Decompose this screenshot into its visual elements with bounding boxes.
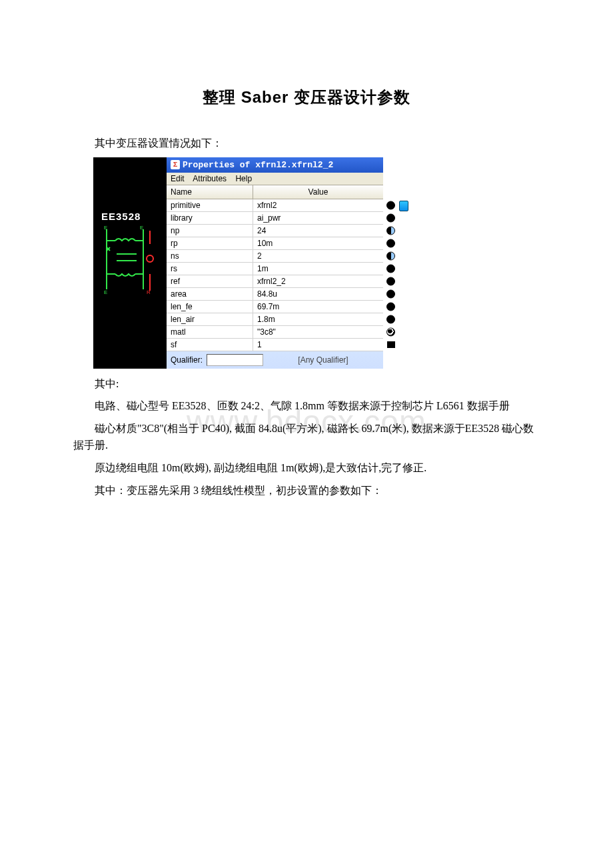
cell-value: 24	[253, 225, 383, 237]
visibility-dot-icon[interactable]	[386, 213, 395, 222]
paragraph-where: 其中:	[73, 375, 540, 393]
properties-figure: EE3528	[93, 157, 383, 369]
cell-value: xfrnl2	[253, 199, 383, 211]
cell-value: 1	[253, 339, 383, 351]
cell-value: ai_pwr	[253, 212, 383, 224]
table-row[interactable]: matl"3c8"	[167, 326, 383, 339]
qualifier-label: Qualifier:	[171, 355, 203, 365]
cell-name: primitive	[167, 199, 253, 211]
svg-text:R: R	[147, 289, 151, 295]
cell-name: sf	[167, 339, 253, 351]
visibility-dot-icon[interactable]	[386, 226, 395, 235]
cell-value: "3c8"	[253, 326, 383, 338]
svg-point-12	[147, 255, 153, 262]
cell-name: len_air	[167, 313, 253, 325]
svg-text:E: E	[104, 289, 107, 295]
visibility-dot-icon[interactable]	[386, 239, 395, 247]
paragraph-core: 磁心材质"3C8"(相当于 PC40), 截面 84.8u(平方米), 磁路长 …	[73, 420, 540, 454]
cell-value: 1m	[253, 263, 383, 275]
cell-name: rs	[167, 263, 253, 275]
transformer-symbol-icon: E E E R	[103, 224, 163, 297]
visibility-dot-icon[interactable]	[386, 277, 395, 285]
cell-name: np	[167, 225, 253, 237]
header-name[interactable]: Name	[167, 185, 253, 199]
paragraph-model: 其中：变压器先采用 3 绕组线性模型，初步设置的参数如下：	[73, 482, 540, 499]
app-icon: Σ	[171, 160, 180, 169]
cell-value: xfrnl2_2	[253, 275, 383, 287]
paragraph-circuit: 电路、磁心型号 EE3528、匝数 24:2、气隙 1.8mm 等数据来源于控制…	[73, 397, 540, 415]
cell-name: area	[167, 288, 253, 300]
cell-value: 10m	[253, 237, 383, 249]
visibility-dot-icon[interactable]	[386, 315, 395, 323]
window-titlebar: Σ Properties of xfrnl2.xfrnl2_2	[167, 157, 383, 173]
menu-attributes[interactable]: Attributes	[193, 174, 227, 183]
svg-text:E: E	[140, 225, 143, 231]
cell-value: 2	[253, 250, 383, 262]
visibility-dot-icon[interactable]	[386, 264, 395, 273]
visibility-dot-icon[interactable]	[386, 201, 395, 209]
schematic-refdes: EE3528	[101, 211, 141, 222]
visibility-dot-icon[interactable]	[386, 289, 395, 298]
paragraph-intro: 其中变压器设置情况如下：	[73, 135, 540, 152]
table-row[interactable]: rp10m	[167, 237, 383, 250]
table-body: primitivexfrnl2libraryai_pwrnp24rp10mns2…	[167, 199, 383, 351]
menu-edit[interactable]: Edit	[171, 174, 185, 183]
cell-name: ns	[167, 250, 253, 262]
table-row[interactable]: libraryai_pwr	[167, 212, 383, 225]
cell-name: rp	[167, 237, 253, 249]
table-row[interactable]: area84.8u	[167, 288, 383, 301]
qualifier-row: Qualifier: [Any Qualifier]	[167, 351, 383, 369]
table-row[interactable]: len_fe69.7m	[167, 301, 383, 313]
table-row[interactable]: len_air1.8m	[167, 313, 383, 326]
menu-bar: Edit Attributes Help	[167, 173, 383, 185]
table-header: Name Value	[167, 185, 383, 199]
qualifier-any-text: [Any Qualifier]	[267, 355, 379, 365]
properties-window: Σ Properties of xfrnl2.xfrnl2_2 Edit Att…	[167, 157, 383, 369]
visibility-dot-icon[interactable]	[386, 251, 395, 260]
table-row[interactable]: sf1	[167, 339, 383, 351]
visibility-dot-icon[interactable]	[386, 327, 395, 336]
property-info-icon[interactable]	[399, 201, 408, 211]
cell-value: 84.8u	[253, 288, 383, 300]
menu-help[interactable]: Help	[235, 174, 252, 183]
qualifier-input[interactable]	[207, 354, 263, 366]
table-row[interactable]: refxfrnl2_2	[167, 275, 383, 288]
paragraph-resistance: 原边绕组电阻 10m(欧姆), 副边绕组电阻 1m(欧姆),是大致估计,完了修正…	[73, 459, 540, 477]
cell-name: library	[167, 212, 253, 224]
page-title: 整理 Saber 变压器设计参数	[73, 87, 540, 108]
table-row[interactable]: np24	[167, 225, 383, 237]
visibility-dot-icon[interactable]	[387, 341, 395, 348]
cell-value: 69.7m	[253, 301, 383, 313]
cell-name: len_fe	[167, 301, 253, 313]
table-row[interactable]: rs1m	[167, 263, 383, 275]
visibility-dot-icon[interactable]	[386, 302, 395, 311]
cell-name: ref	[167, 275, 253, 287]
cell-value: 1.8m	[253, 313, 383, 325]
header-value[interactable]: Value	[253, 185, 383, 199]
table-row[interactable]: primitivexfrnl2	[167, 199, 383, 212]
schematic-panel: EE3528	[93, 157, 167, 369]
table-row[interactable]: ns2	[167, 250, 383, 263]
window-title-text: Properties of xfrnl2.xfrnl2_2	[183, 160, 333, 170]
svg-text:E: E	[104, 225, 107, 231]
cell-name: matl	[167, 326, 253, 338]
